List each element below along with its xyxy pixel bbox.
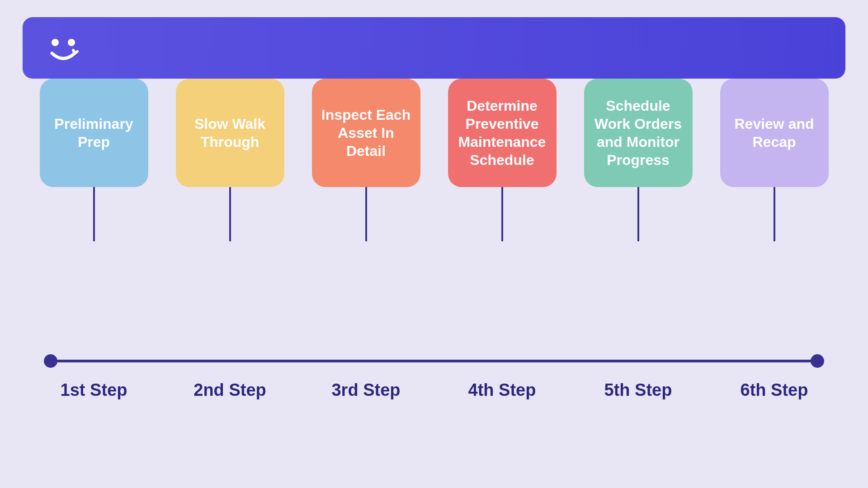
step-box-label-3: Inspect Each Asset In Detail xyxy=(321,106,411,160)
connector-6 xyxy=(774,187,775,241)
step-item-3: Inspect Each Asset In Detail xyxy=(308,79,424,187)
step-item-1: Preliminary Prep xyxy=(36,79,151,187)
step-box-4: Determine Preventive Maintenance Schedul… xyxy=(448,79,557,187)
timeline-row xyxy=(23,350,845,372)
step-item-5: Schedule Work Orders and Monitor Progres… xyxy=(580,79,696,187)
step-box-6: Review and Recap xyxy=(720,79,829,187)
timeline-dot-left xyxy=(44,354,57,368)
step-box-label-4: Determine Preventive Maintenance Schedul… xyxy=(457,97,547,169)
step-box-label-1: Preliminary Prep xyxy=(49,115,139,151)
svg-point-1 xyxy=(68,39,75,46)
step-label-4: 4th Step xyxy=(444,380,560,400)
connector-item-1 xyxy=(36,187,151,241)
step-label-2: 2nd Step xyxy=(172,380,288,400)
step-item-2: Slow Walk Through xyxy=(172,79,288,187)
steps-row: Preliminary PrepSlow Walk ThroughInspect… xyxy=(23,79,845,187)
connector-3 xyxy=(365,187,367,241)
step-box-label-2: Slow Walk Through xyxy=(185,115,275,151)
step-label-5: 5th Step xyxy=(580,380,696,400)
step-item-4: Determine Preventive Maintenance Schedul… xyxy=(444,79,560,187)
step-label-3: 3rd Step xyxy=(308,380,424,400)
connector-item-5 xyxy=(580,187,696,241)
step-label-1: 1st Step xyxy=(36,380,151,400)
step-box-5: Schedule Work Orders and Monitor Progres… xyxy=(584,79,693,187)
step-box-3: Inspect Each Asset In Detail xyxy=(312,79,420,187)
timeline-line xyxy=(50,360,818,362)
step-label-6: 6th Step xyxy=(717,380,832,400)
svg-point-0 xyxy=(52,39,59,46)
smiley-icon xyxy=(45,30,81,66)
connector-4 xyxy=(501,187,503,241)
step-item-6: Review and Recap xyxy=(717,79,832,187)
connector-item-4 xyxy=(444,187,560,241)
page-header xyxy=(23,17,845,79)
step-labels-row: 1st Step2nd Step3rd Step4th Step5th Step… xyxy=(23,372,845,400)
connectors-layer xyxy=(23,187,845,241)
connector-5 xyxy=(637,187,639,241)
step-box-1: Preliminary Prep xyxy=(40,79,148,187)
connector-item-2 xyxy=(172,187,288,241)
step-box-label-6: Review and Recap xyxy=(729,115,820,151)
step-box-label-5: Schedule Work Orders and Monitor Progres… xyxy=(593,97,684,169)
diagram-wrapper: Preliminary PrepSlow Walk ThroughInspect… xyxy=(23,79,845,400)
connector-item-6 xyxy=(717,187,832,241)
connector-2 xyxy=(229,187,231,241)
connector-1 xyxy=(93,187,95,241)
connector-item-3 xyxy=(308,187,424,241)
timeline-dot-right xyxy=(811,354,824,368)
step-box-2: Slow Walk Through xyxy=(176,79,284,187)
